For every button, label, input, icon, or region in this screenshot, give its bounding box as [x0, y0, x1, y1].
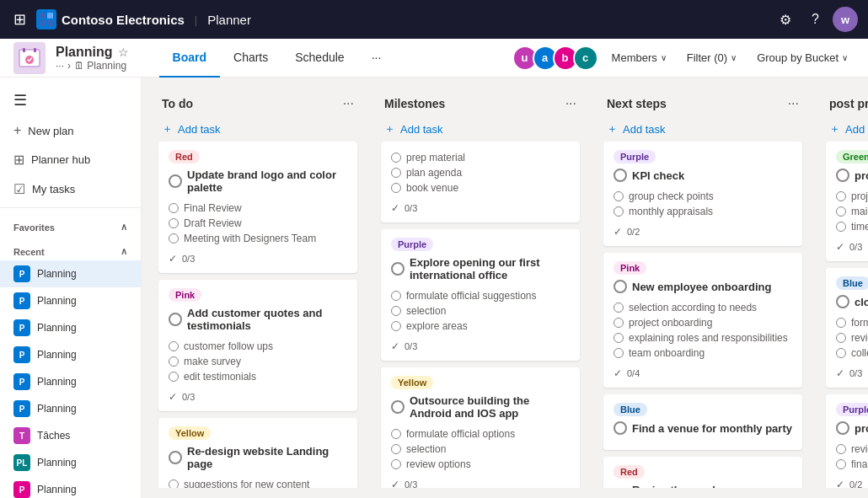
subtask-1-1-1: selection	[391, 303, 570, 319]
app-grid-icon[interactable]: ⊞	[10, 7, 29, 32]
subtask-check-3-1-2[interactable]	[836, 348, 846, 358]
plan-icon	[13, 42, 46, 74]
subtask-check-2-1-3[interactable]	[613, 348, 624, 358]
subtask-check-0-2-0[interactable]	[169, 479, 179, 488]
brand-logo: Contoso Electronics	[36, 9, 185, 29]
card-0-0: Red Update brand logo and color palette …	[158, 142, 357, 273]
subtask-check-2-1-2[interactable]	[613, 333, 624, 343]
avatar-4[interactable]: c	[573, 46, 598, 71]
column-title-3: post project check	[829, 97, 868, 110]
task-circle-3-1[interactable]	[836, 295, 849, 308]
sidebar-item-new-plan[interactable]: + New plan	[0, 116, 141, 145]
progress-icon-3-1: ✓	[836, 367, 844, 379]
subtask-check-3-1-0[interactable]	[836, 318, 846, 328]
card-title-1-1: Explore opening our first international …	[391, 256, 570, 281]
sidebar-plan-5[interactable]: P Planning	[0, 395, 141, 422]
subtask-check-1-1-0[interactable]	[391, 291, 401, 301]
subtask-check-2-1-1[interactable]	[613, 318, 624, 328]
subtask-check-3-2-1[interactable]	[836, 459, 846, 469]
subtask-circle[interactable]	[391, 168, 401, 178]
subtask-check-3-2-0[interactable]	[836, 444, 846, 454]
card-3-2: Purple project budget review review budg…	[826, 394, 868, 488]
column-more-2[interactable]: ···	[788, 96, 799, 111]
task-circle-0-1[interactable]	[169, 313, 182, 326]
subtask-check-0-0-2[interactable]	[169, 233, 179, 244]
task-circle-2-1[interactable]	[613, 280, 627, 293]
subtask-check-0-1-0[interactable]	[169, 341, 179, 351]
task-circle-0-2[interactable]	[169, 451, 182, 464]
nav-separator: |	[195, 13, 197, 26]
task-circle-1-2[interactable]	[391, 400, 405, 414]
progress-icon-2-0: ✓	[613, 226, 622, 238]
progress-text-0-0: 0/3	[182, 254, 195, 264]
subtask-check-0-0-0[interactable]	[169, 203, 179, 213]
task-circle-3-0[interactable]	[836, 169, 849, 182]
sidebar-plan-2[interactable]: P Planning	[0, 314, 141, 341]
sidebar-plan-8[interactable]: P Planning	[0, 476, 141, 498]
sidebar-plan-1[interactable]: P Planning	[0, 287, 141, 314]
user-avatar[interactable]: w	[833, 7, 858, 32]
subtask-circle[interactable]	[391, 153, 401, 163]
card-2-0: Purple KPI check group check points mont…	[603, 142, 802, 246]
subtask-check-3-0-2[interactable]	[836, 222, 846, 232]
help-icon[interactable]: ?	[805, 8, 826, 30]
task-circle-2-2[interactable]	[613, 421, 627, 435]
sidebar-plan-3[interactable]: P Planning	[0, 341, 141, 368]
sidebar-plan-7[interactable]: PL Planning	[0, 449, 141, 476]
hamburger-icon[interactable]: ☰	[0, 84, 141, 116]
members-button[interactable]: Members ∨	[605, 48, 673, 67]
task-circle-2-0[interactable]	[613, 169, 627, 182]
breadcrumb: ··· › 🗓 Planning	[56, 60, 129, 72]
sidebar-plan-0[interactable]: P Planning	[0, 260, 141, 287]
subtask-check-1-1-2[interactable]	[391, 321, 401, 331]
subtask-check-1-2-0[interactable]	[391, 429, 401, 439]
subtask-check-3-1-1[interactable]	[836, 333, 846, 343]
subtask-check-2-0-1[interactable]	[613, 206, 624, 217]
column-more-0[interactable]: ···	[343, 96, 354, 111]
card-title-2-1: New employee onboarding	[613, 280, 792, 293]
sidebar-item-my-tasks[interactable]: ☑ My tasks	[0, 174, 141, 204]
card-title-3-1: closing report	[836, 295, 868, 308]
add-task-btn-1[interactable]: ＋ Add task	[374, 116, 587, 142]
main-layout: ☰ + New plan ⊞ Planner hub ☑ My tasks Fa…	[0, 78, 868, 498]
subtask-check-0-0-1[interactable]	[169, 218, 179, 228]
subtask-circle[interactable]	[391, 183, 401, 193]
subtask-check-1-2-2[interactable]	[391, 459, 401, 469]
subtask-check-3-0-1[interactable]	[836, 206, 846, 217]
subtask-check-1-1-1[interactable]	[391, 306, 401, 316]
filter-button[interactable]: Filter (0) ∨	[680, 48, 743, 67]
card-footer-3-2: ✓ 0/2	[836, 479, 868, 488]
subtask-check-0-1-2[interactable]	[169, 372, 179, 382]
breadcrumb-more[interactable]: ···	[56, 60, 64, 72]
add-task-btn-3[interactable]: ＋ Add task	[819, 116, 868, 142]
subtask-check-0-1-1[interactable]	[169, 356, 179, 367]
sidebar-plan-6[interactable]: T Tâches	[0, 422, 141, 449]
subtask-check-3-0-0[interactable]	[836, 191, 846, 201]
column-more-1[interactable]: ···	[565, 96, 576, 111]
planner-hub-icon: ⊞	[13, 152, 24, 168]
subtask-check-1-2-1[interactable]	[391, 444, 401, 454]
sidebar-plan-4[interactable]: P Planning	[0, 368, 141, 395]
plan-label-2: Planning	[37, 322, 77, 334]
favorites-collapse-icon[interactable]: ∧	[121, 222, 127, 233]
task-circle-0-0[interactable]	[169, 174, 182, 188]
group-by-button[interactable]: Group by Bucket ∨	[750, 48, 855, 67]
tab-more[interactable]: ···	[358, 39, 395, 78]
column-1: Milestones ··· ＋ Add task prep material …	[374, 88, 587, 488]
add-task-btn-2[interactable]: ＋ Add task	[597, 116, 809, 142]
tab-board[interactable]: Board	[159, 39, 220, 78]
card-label-0-0: Red	[169, 150, 200, 163]
card-0-2: Yellow Re-design website Landing page su…	[158, 418, 357, 488]
tab-charts[interactable]: Charts	[220, 39, 281, 78]
recent-collapse-icon[interactable]: ∧	[121, 246, 127, 257]
star-icon[interactable]: ☆	[118, 46, 129, 59]
subtask-check-2-1-0[interactable]	[613, 303, 624, 313]
add-task-btn-0[interactable]: ＋ Add task	[152, 116, 364, 142]
column-header-2: Next steps ···	[597, 88, 809, 116]
subtask-check-2-0-0[interactable]	[613, 191, 624, 201]
settings-icon[interactable]: ⚙	[773, 8, 798, 31]
task-circle-3-2[interactable]	[836, 421, 849, 435]
sidebar-item-planner-hub[interactable]: ⊞ Planner hub	[0, 145, 141, 174]
tab-schedule[interactable]: Schedule	[281, 39, 357, 78]
task-circle-1-1[interactable]	[391, 262, 405, 276]
